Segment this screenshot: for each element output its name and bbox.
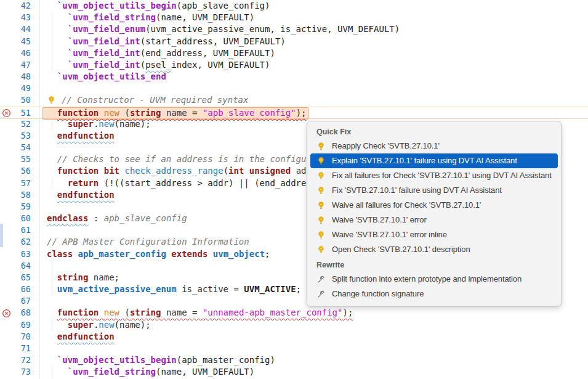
gutter: 68 (0, 307, 38, 319)
code-line-48[interactable]: 48 `uvm_object_utils_end (0, 71, 588, 83)
line-number: 55 (21, 153, 31, 165)
menu-item[interactable]: Fix all failures for Check 'SVTB.27.10.1… (310, 168, 558, 183)
code-line-69[interactable]: 69 super.new(name); (0, 319, 588, 332)
token: apb_slave_config (104, 213, 187, 223)
line-number: 72 (21, 354, 31, 366)
code-text: endfunction (47, 130, 115, 142)
code-text: string name; (47, 272, 119, 283)
code-line-73[interactable]: 73 `uvm_field_string(name, UVM_DEFAULT) (0, 366, 588, 378)
line-number: 47 (21, 59, 31, 71)
gutter: 46 (0, 47, 38, 60)
token: `uvm_field_int (68, 60, 140, 70)
code-line-44[interactable]: 44 `uvm_field_enum(uvm_active_passive_en… (0, 23, 588, 36)
menu-item[interactable]: Waive 'SVTB.27.10.1' error (310, 213, 558, 227)
token: (apb_slave_config) (177, 1, 270, 10)
token: ); (296, 108, 307, 118)
line-number: 58 (21, 189, 31, 201)
line-number: 48 (21, 71, 31, 83)
menu-item[interactable]: Change function signature (310, 287, 558, 301)
token: : (88, 213, 103, 223)
menu-item-label: Open Check 'SVTB.27.10.1' description (332, 242, 470, 257)
token (47, 355, 57, 365)
token: int (228, 166, 244, 176)
token: `uvm_object_utils_end (57, 71, 166, 81)
gutter: 60 (0, 213, 38, 225)
line-number: 65 (21, 272, 31, 283)
gutter: 51 (0, 107, 38, 118)
token (47, 166, 57, 176)
token: uvm_object (213, 249, 265, 259)
code-text: function new (string name = "apb_slave_c… (47, 107, 306, 119)
line-number: 49 (21, 83, 31, 94)
menu-item[interactable]: Waive all failures for Check 'SVTB.27.10… (310, 198, 558, 213)
line-number: 54 (21, 142, 31, 153)
code-text: function new (string name = "unnamed-apb… (47, 307, 353, 319)
gutter: 73 (0, 366, 38, 378)
code-text: `uvm_field_int(end_address, UVM_DEFAULT) (47, 47, 275, 59)
lightbulb-icon (316, 171, 326, 181)
code-line-50[interactable]: 50// Constructor - UVM required syntax (0, 94, 588, 107)
token (47, 119, 68, 129)
code-line-45[interactable]: 45 `uvm_field_int(start_address, UVM_DEF… (0, 36, 588, 48)
token (47, 131, 57, 141)
gutter: 62 (0, 236, 38, 248)
code-text: class apb_master_config extends uvm_obje… (47, 248, 270, 260)
token: `uvm_field_string (68, 12, 156, 22)
menu-item-label: Reapply Check 'SVTB.27.10.1' (332, 139, 440, 153)
lightbulb-icon (316, 216, 326, 225)
token (47, 108, 57, 118)
token: string (130, 108, 161, 118)
wrench-icon (316, 275, 326, 284)
menu-item-label: Fix 'SVTB.27.10.1' failure using DVT AI … (332, 183, 502, 198)
gutter: 72 (0, 354, 38, 367)
token: (name); (115, 320, 151, 330)
line-number: 52 (21, 118, 31, 130)
code-line-47[interactable]: 47 `uvm_field_int(psel_index, UVM_DEFAUL… (0, 59, 588, 71)
token: `uvm_object_utils_begin (57, 1, 177, 10)
menu-item[interactable]: Split function into extern prototype and… (310, 272, 558, 287)
gutter: 69 (0, 319, 38, 332)
code-line-46[interactable]: 46 `uvm_field_int(end_address, UVM_DEFAU… (0, 47, 588, 60)
code-text: `uvm_object_utils_begin(apb_slave_config… (47, 0, 270, 12)
menu-item-label: Waive all failures for Check 'SVTB.27.10… (332, 198, 481, 213)
token (244, 166, 249, 176)
menu-item[interactable]: Fix 'SVTB.27.10.1' failure using DVT AI … (310, 183, 558, 198)
token: endfunction (57, 131, 115, 141)
token: `uvm_field_string (68, 367, 156, 377)
menu-item[interactable]: Waive 'SVTB.27.10.1' error inline (310, 227, 558, 242)
line-number: 57 (21, 177, 31, 189)
code-line-51[interactable]: 51 function new (string name = "apb_slav… (0, 107, 588, 119)
token: class (47, 249, 73, 259)
line-number: 45 (21, 36, 31, 47)
token: `uvm_field_int (68, 36, 140, 46)
menu-item-label: Split function into extern prototype and… (332, 272, 522, 287)
token (99, 108, 103, 118)
lightbulb-icon[interactable] (47, 96, 56, 105)
code-text: uvm_active_passive_enum is_active = UVM_… (47, 283, 301, 295)
token: apb_master_config (78, 249, 166, 259)
lightbulb-icon (316, 230, 326, 240)
code-line-42[interactable]: 42 `uvm_object_utils_begin(apb_slave_con… (0, 0, 588, 12)
menu-item[interactable]: Explain 'SVTB.27.10.1' failure using DVT… (310, 153, 558, 168)
code-line-68[interactable]: 68 function new (string name = "unnamed-… (0, 307, 588, 319)
token (47, 284, 57, 294)
line-number: 60 (21, 213, 31, 224)
code-line-70[interactable]: 70 endfunction (0, 331, 588, 343)
line-number: 69 (21, 319, 31, 331)
line-number: 46 (21, 47, 31, 59)
menu-item[interactable]: Open Check 'SVTB.27.10.1' description (310, 242, 558, 257)
gutter: 45 (0, 36, 38, 48)
gutter: 70 (0, 331, 38, 343)
code-line-71[interactable]: 71 (0, 343, 588, 355)
code-line-49[interactable]: 49 (0, 83, 588, 95)
code-line-72[interactable]: 72 `uvm_object_utils_begin(apb_master_co… (0, 354, 588, 367)
gutter: 43 (0, 12, 38, 24)
token (47, 12, 68, 22)
menu-item[interactable]: Reapply Check 'SVTB.27.10.1' (310, 139, 558, 153)
gutter: 54 (0, 142, 38, 154)
code-text: return (!((start_address > addr) || (end… (47, 177, 306, 189)
token (99, 166, 103, 176)
code-text: `uvm_field_int(psel_index, UVM_DEFAULT) (47, 59, 270, 71)
code-line-43[interactable]: 43 `uvm_field_string(name, UVM_DEFAULT) (0, 12, 588, 24)
token: endclass (47, 213, 88, 223)
